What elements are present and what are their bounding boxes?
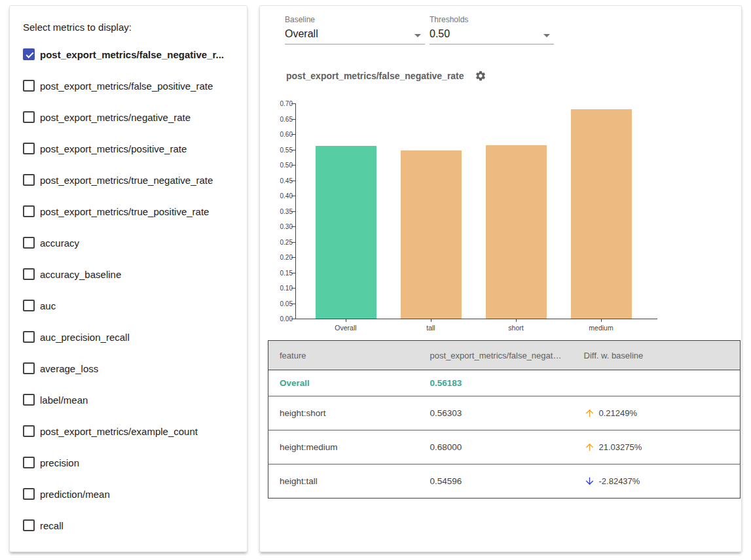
metric-label: post_export_metrics/true_positive_rate — [40, 206, 209, 217]
metric-list-item[interactable]: prediction/mean — [23, 478, 240, 510]
y-axis — [295, 103, 296, 319]
metric-list-item[interactable]: post_export_metrics/example_count — [23, 415, 240, 447]
chart-header: post_export_metrics/false_negative_rate — [286, 70, 486, 82]
metric-checkbox[interactable] — [23, 80, 35, 92]
col-header-metric: post_export_metrics/false_negative_rat..… — [420, 341, 574, 370]
y-tick-label: 0.15 — [273, 270, 293, 277]
metric-label: label/mean — [40, 394, 88, 406]
metric-list-item[interactable]: post_export_metrics/negative_rate — [23, 101, 240, 133]
gear-icon[interactable] — [475, 70, 486, 82]
metric-list-item[interactable]: average_loss — [23, 353, 240, 384]
diff-indicator: 21.03275% — [584, 442, 730, 453]
x-tick-label: Overall — [313, 324, 378, 332]
metric-list-item[interactable]: auc — [23, 290, 240, 321]
y-tick-label: 0.55 — [273, 147, 293, 154]
metric-label: post_export_metrics/true_negative_rate — [40, 175, 213, 186]
chart-bar-tall[interactable] — [401, 150, 462, 319]
diff-cell: 21.03275% — [574, 430, 741, 464]
metric-checkbox[interactable] — [23, 48, 35, 60]
x-tick-mark — [516, 319, 517, 322]
table-row: Overall0.56183 — [268, 370, 741, 396]
baseline-select[interactable]: Baseline Overall — [285, 14, 425, 44]
metric-label: prediction/mean — [40, 489, 110, 500]
metric-value-cell: 0.54596 — [420, 464, 574, 499]
y-tick-label: 0.70 — [273, 100, 293, 107]
metric-label: auc — [40, 300, 56, 311]
metric-label: auc_precision_recall — [40, 332, 130, 343]
chevron-down-icon — [543, 34, 550, 37]
col-header-feature: feature — [268, 341, 420, 370]
diff-percentage: 0.21249% — [599, 408, 638, 418]
metric-checkbox[interactable] — [23, 457, 35, 468]
metric-checkbox[interactable] — [23, 519, 35, 531]
table-row: height:medium0.6800021.03275% — [268, 430, 741, 464]
up-arrow-icon — [584, 442, 595, 453]
metric-list-item[interactable]: recall — [23, 510, 240, 541]
diff-cell — [574, 370, 741, 396]
diff-indicator: 0.21249% — [584, 408, 730, 419]
y-tick-label: 0.25 — [273, 239, 293, 246]
feature-cell: height:medium — [268, 430, 420, 464]
metric-checkbox[interactable] — [23, 143, 35, 154]
down-arrow-icon — [584, 476, 595, 487]
metric-checkbox[interactable] — [23, 300, 35, 311]
x-tick-mark — [601, 319, 602, 322]
feature-cell: Overall — [268, 370, 420, 396]
y-tick-label: 0.40 — [273, 192, 293, 200]
table-row: height:short0.563030.21249% — [268, 396, 741, 430]
table-header-row: feature post_export_metrics/false_negati… — [268, 341, 741, 370]
metric-checkbox[interactable] — [23, 488, 35, 500]
metric-checkbox[interactable] — [23, 394, 35, 406]
metric-list-item[interactable]: post_export_metrics/true_negative_rate — [23, 164, 240, 196]
y-tick-label: 0.35 — [273, 208, 293, 215]
y-tick-label: 0.50 — [273, 162, 293, 169]
metric-label: recall — [40, 520, 64, 531]
chart-bar-short[interactable] — [486, 145, 547, 319]
metric-list-item[interactable]: auc_precision_recall — [23, 321, 240, 353]
metric-list-item[interactable]: label/mean — [23, 384, 240, 415]
x-tick-label: short — [483, 324, 549, 332]
diff-indicator: -2.82437% — [584, 476, 730, 487]
y-tick-label: 0.05 — [273, 300, 293, 307]
metric-list-item[interactable]: post_export_metrics/true_positive_rate — [23, 196, 240, 227]
x-tick-label: medium — [568, 324, 634, 332]
diff-percentage: 21.03275% — [599, 442, 642, 452]
x-tick-mark — [346, 319, 346, 322]
metric-checkbox[interactable] — [23, 237, 35, 249]
metric-checkbox[interactable] — [23, 362, 35, 374]
y-tick-label: 0.45 — [273, 177, 293, 184]
y-tick-label: 0.10 — [273, 285, 293, 292]
metric-checkbox[interactable] — [23, 268, 35, 280]
metric-list-item[interactable]: post_export_metrics/positive_rate — [23, 133, 240, 164]
fairness-panel: Baseline Overall Thresholds 0.50 post_ex… — [259, 5, 742, 552]
baseline-select-value: Overall — [285, 28, 425, 40]
up-arrow-icon — [584, 408, 595, 419]
metric-list-item[interactable]: post_export_metrics/false_negative_r... — [23, 39, 240, 70]
metric-label: post_export_metrics/false_negative_r... — [40, 49, 224, 60]
chevron-down-icon — [414, 34, 421, 37]
thresholds-select[interactable]: Thresholds 0.50 — [430, 14, 554, 44]
metric-value-cell: 0.68000 — [420, 430, 574, 464]
metric-picker-panel: Select metrics to display: post_export_m… — [9, 5, 247, 552]
metric-checkbox[interactable] — [23, 111, 35, 123]
metric-list-item[interactable]: accuracy_baseline — [23, 258, 240, 290]
metric-checkbox[interactable] — [23, 205, 35, 217]
metric-checkbox[interactable] — [23, 425, 35, 437]
metric-value-cell: 0.56183 — [420, 370, 574, 396]
metric-list-item[interactable]: post_export_metrics/false_positive_rate — [23, 70, 240, 101]
chart-bar-medium[interactable] — [571, 109, 632, 319]
diff-cell: -2.82437% — [574, 464, 741, 499]
metric-list-item[interactable]: accuracy — [23, 227, 240, 258]
metric-checkbox[interactable] — [23, 174, 35, 186]
bar-chart: 0.000.050.100.150.200.250.300.350.400.45… — [273, 97, 679, 338]
y-tick-label: 0.60 — [273, 131, 293, 138]
metric-label: average_loss — [40, 363, 98, 374]
metric-checkbox[interactable] — [23, 331, 35, 343]
metrics-table: feature post_export_metrics/false_negati… — [268, 340, 741, 499]
metric-list-item[interactable]: precision — [23, 447, 240, 478]
metric-label: post_export_metrics/negative_rate — [40, 112, 191, 123]
table-row: height:tall0.54596-2.82437% — [268, 464, 741, 499]
chart-bar-overall[interactable] — [316, 146, 376, 319]
metric-label: post_export_metrics/example_count — [40, 426, 198, 437]
metric-picker-heading: Select metrics to display: — [23, 22, 132, 33]
